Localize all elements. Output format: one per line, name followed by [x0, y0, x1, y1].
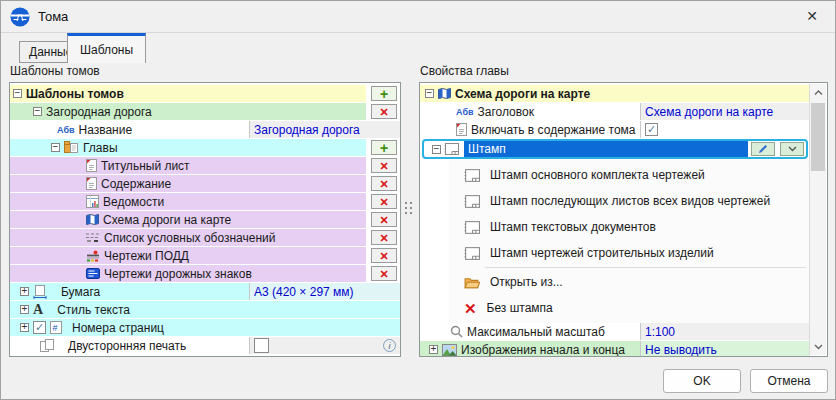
page-numbers-checkbox[interactable]: ✓ — [33, 321, 46, 334]
tree-row-country-road[interactable]: − Загородная дорога ✕ — [10, 103, 400, 120]
add-chapter-button[interactable]: + — [371, 140, 397, 155]
map-icon — [86, 214, 99, 225]
expand-icon[interactable]: + — [20, 323, 29, 332]
tree-row-road-signs[interactable]: Чертежи дорожных знаков ✕ — [10, 265, 400, 282]
delete-chapter-button[interactable]: ✕ — [371, 158, 397, 173]
stamp-option-main-set[interactable]: Штамп основного комплекта чертежей — [449, 162, 810, 188]
menu-separator — [485, 267, 806, 268]
name-value[interactable]: Загородная дорога — [249, 121, 400, 138]
duplex-value-cell: i — [249, 337, 400, 354]
open-folder-icon — [464, 276, 480, 289]
stamp-option-no-stamp[interactable]: ✕ Без штампа — [449, 295, 810, 321]
delete-chapter-button[interactable]: ✕ — [371, 176, 397, 191]
delete-chapter-button[interactable]: ✕ — [371, 212, 397, 227]
panel-splitter[interactable] — [405, 201, 416, 217]
stamp-option-open-from[interactable]: Открыть из... — [449, 269, 810, 295]
no-stamp-icon: ✕ — [464, 302, 477, 315]
document-icon — [86, 159, 97, 172]
chevron-up-icon — [814, 90, 823, 96]
paper-value[interactable]: А3 (420 × 297 мм) — [249, 283, 400, 300]
scroll-up-button[interactable] — [810, 84, 826, 101]
paper-size-icon — [33, 285, 47, 299]
delete-chapter-button[interactable]: ✕ — [371, 248, 397, 263]
tree-row-road-map-chapter[interactable]: Схема дороги на карте ✕ — [10, 211, 400, 228]
stamp-icon — [444, 143, 459, 155]
pencil-icon — [758, 144, 768, 154]
close-icon: ✕ — [806, 8, 818, 24]
tree-row-name[interactable]: Абв Название Загородная дорога — [10, 121, 400, 138]
scrollbar[interactable] — [809, 84, 826, 355]
stamp-dropdown-button[interactable] — [780, 142, 804, 156]
legend-lines-icon — [86, 232, 100, 243]
tree-row-chapters[interactable]: − Главы + — [10, 139, 400, 156]
tree-row-podd-drawings[interactable]: Чертежи ПОДД ✕ — [10, 247, 400, 264]
delete-template-button[interactable]: ✕ — [371, 104, 397, 119]
stamp-selected-label: Штамп — [464, 141, 748, 157]
include-checkbox[interactable]: ✓ — [645, 123, 658, 136]
max-scale-value[interactable]: 1:100 — [640, 323, 810, 340]
stamp-option-construction-products[interactable]: Штамп чертежей строительных изделий — [449, 240, 810, 266]
title-bar: Тома — [1, 1, 835, 32]
stamp-icon — [464, 169, 480, 182]
font-icon: A — [33, 303, 43, 317]
chevron-down-icon — [814, 344, 823, 350]
collapse-icon[interactable]: − — [33, 107, 42, 116]
stamp-option-text-documents[interactable]: Штамп текстовых документов — [449, 214, 810, 240]
document-icon — [86, 177, 97, 190]
header-value[interactable]: Схема дороги на карте — [640, 103, 810, 120]
collapse-icon[interactable]: − — [432, 145, 441, 154]
delete-chapter-button[interactable]: ✕ — [371, 266, 397, 281]
tree-row-title-sheet[interactable]: Титульный лист ✕ — [10, 157, 400, 174]
app-icon — [10, 7, 30, 27]
chevron-down-icon — [788, 146, 797, 152]
window-title: Тома — [38, 9, 68, 24]
tree-row-text-style[interactable]: + A Стиль текста — [10, 301, 400, 318]
property-row-chapter-root[interactable]: − Схема дороги на карте — [420, 85, 810, 102]
delete-chapter-button[interactable]: ✕ — [371, 230, 397, 245]
expand-icon[interactable]: + — [20, 305, 29, 314]
road-sign-icon — [86, 268, 100, 279]
include-value-cell: ✓ — [640, 121, 810, 138]
stamp-option-subsequent-sheets[interactable]: Штамп последующих листов всех видов черт… — [449, 188, 810, 214]
table-chart-icon — [86, 195, 99, 208]
tree-row-templates-root[interactable]: − Шаблоны томов + — [10, 85, 400, 102]
expand-icon[interactable]: + — [429, 345, 438, 354]
stamp-icon — [464, 247, 480, 260]
collapse-icon[interactable]: − — [425, 89, 434, 98]
property-row-start-end-images[interactable]: + Изображения начала и конца Не выводить — [420, 341, 810, 357]
duplex-checkbox[interactable] — [254, 338, 269, 353]
property-row-max-scale[interactable]: Максимальный масштаб 1:100 — [420, 323, 810, 340]
stamp-icon — [464, 195, 480, 208]
scrollbar-thumb[interactable] — [811, 103, 825, 171]
expand-icon[interactable]: + — [20, 287, 29, 296]
magnifier-icon — [450, 325, 463, 338]
tree-row-paper[interactable]: + Бумага А3 (420 × 297 мм) — [10, 283, 400, 300]
tree-row-duplex-print[interactable]: Двусторонняя печать i — [10, 337, 400, 354]
collapse-icon[interactable]: − — [13, 89, 22, 98]
property-row-include-in-contents[interactable]: Включать в содержание тома ✓ — [420, 121, 810, 138]
tab-templates[interactable]: Шаблоны — [67, 33, 146, 63]
property-row-header[interactable]: Абв Заголовок Схема дороги на карте — [420, 103, 810, 120]
tree-row-page-numbers[interactable]: + ✓ # Номера страниц — [10, 319, 400, 336]
property-row-stamp[interactable]: − Штамп — [422, 139, 808, 159]
edit-stamp-button[interactable] — [751, 142, 775, 156]
abc-icon: Абв — [456, 107, 473, 117]
ok-button[interactable]: OK — [663, 369, 741, 393]
abc-icon: Абв — [57, 125, 74, 135]
start-end-images-value[interactable]: Не выводить — [640, 341, 810, 357]
tree-row-legend-list[interactable]: Список условных обозначений ✕ — [10, 229, 400, 246]
svg-text:#: # — [53, 323, 58, 333]
map-icon — [438, 88, 451, 99]
left-panel-label: Шаблоны томов — [10, 64, 100, 78]
scroll-down-button[interactable] — [810, 338, 826, 355]
close-button[interactable]: ✕ — [789, 1, 835, 31]
add-template-button[interactable]: + — [371, 86, 397, 101]
stamp-options-menu: Штамп основного комплекта чертежей Штамп… — [449, 160, 810, 323]
info-icon[interactable]: i — [383, 339, 396, 352]
delete-chapter-button[interactable]: ✕ — [371, 194, 397, 209]
tree-row-statements[interactable]: Ведомости ✕ — [10, 193, 400, 210]
tree-row-contents[interactable]: Содержание ✕ — [10, 175, 400, 192]
cancel-button[interactable]: Отмена — [750, 369, 828, 393]
image-icon — [442, 344, 457, 356]
collapse-icon[interactable]: − — [51, 143, 60, 152]
